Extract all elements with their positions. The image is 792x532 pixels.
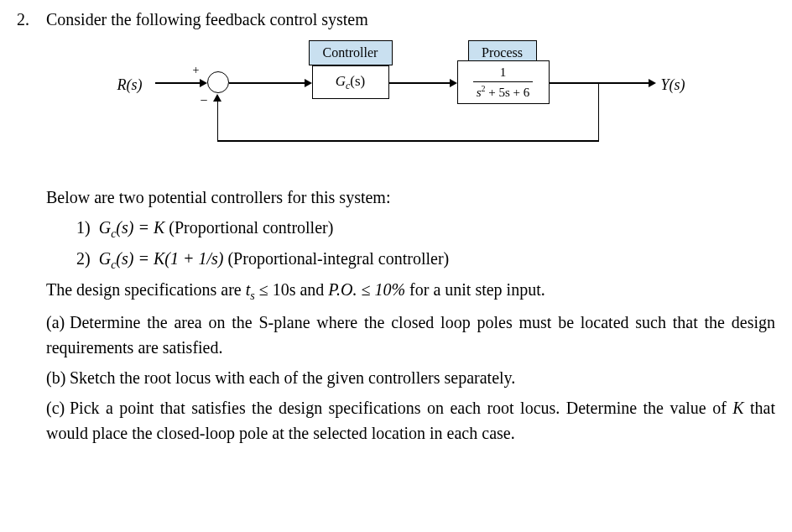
controller-title: Controller	[309, 40, 393, 65]
option-1: 1) Gc(s) = K (Proportional controller)	[46, 215, 775, 243]
input-signal-label: R(s)	[117, 74, 143, 96]
part-c: (c)Pick a point that satisfies the desig…	[46, 395, 775, 446]
summing-junction	[207, 71, 229, 93]
output-signal-label: Y(s)	[661, 74, 685, 96]
summer-minus: −	[201, 91, 208, 111]
controller-block: Gc(s)	[312, 65, 389, 99]
block-diagram: R(s) + − Controller Gc(s)	[109, 42, 713, 159]
summer-plus: +	[193, 61, 200, 79]
process-block: 1 s2 + 5s + 6	[457, 60, 550, 104]
problem-number: 2.	[17, 7, 42, 32]
option-2: 2) Gc(s) = K(1 + 1/s) (Proportional-inte…	[46, 246, 775, 274]
design-specs: The design specifications are ts ≤ 10s a…	[46, 277, 775, 305]
controllers-intro: Below are two potential controllers for …	[46, 185, 775, 210]
problem-intro: Consider the following feedback control …	[46, 7, 775, 32]
part-b: (b)Sketch the root locus with each of th…	[46, 365, 775, 390]
part-a: (a)Determine the area on the S-plane whe…	[46, 310, 775, 360]
